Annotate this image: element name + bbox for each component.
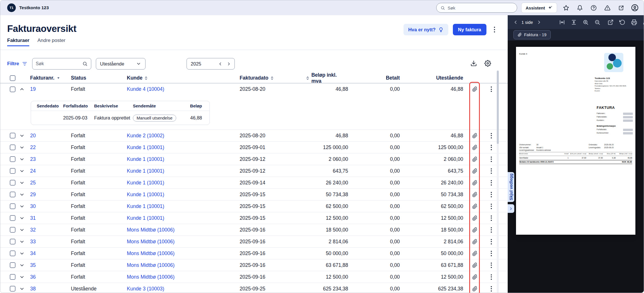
export-download-button[interactable] [470, 60, 477, 68]
global-search[interactable] [436, 3, 517, 13]
invoice-number-link[interactable]: 31 [30, 215, 71, 221]
row-menu-button[interactable] [488, 167, 494, 175]
next-year-button[interactable] [225, 59, 233, 68]
collapse-panel-button[interactable] [508, 204, 514, 213]
year-filter[interactable]: 2025 [187, 58, 235, 70]
invoice-number-link[interactable]: 32 [30, 227, 71, 233]
select-all-checkbox[interactable] [10, 75, 15, 81]
row-menu-button[interactable] [488, 179, 494, 187]
expand-row-button[interactable] [19, 215, 25, 221]
row-menu-button[interactable] [488, 250, 494, 257]
row-checkbox[interactable] [10, 250, 15, 256]
row-menu-button[interactable] [488, 203, 494, 210]
expand-row-button[interactable] [19, 133, 25, 138]
attachment-button[interactable] [472, 86, 478, 92]
customer-link[interactable]: Kunde 1 (10001) [127, 192, 240, 198]
notifications-button[interactable] [575, 3, 585, 13]
customer-link[interactable]: Kunde 3 (10003) [127, 286, 240, 292]
scrollbar-thumb[interactable] [497, 71, 499, 144]
row-menu-button[interactable] [488, 273, 494, 281]
row-menu-button[interactable] [488, 191, 494, 198]
attachment-button[interactable] [472, 286, 478, 292]
table-search[interactable] [32, 58, 91, 70]
invoice-number-link[interactable]: 25 [30, 180, 71, 186]
customer-link[interactable]: Kunde 1 (10001) [127, 156, 240, 162]
expand-row-button[interactable] [19, 204, 25, 209]
next-page-button[interactable] [535, 18, 543, 26]
tab-fakturaer[interactable]: Fakturaer [7, 38, 29, 46]
download-pdf-button[interactable] [641, 18, 644, 26]
table-settings-button[interactable] [484, 60, 491, 68]
feedback-button[interactable] [616, 3, 626, 13]
row-checkbox[interactable] [10, 286, 15, 292]
attachment-button[interactable] [472, 133, 478, 138]
table-scrollbar[interactable] [497, 70, 499, 293]
help-button[interactable] [589, 3, 598, 13]
header-fakturanr[interactable]: Fakturanr. [30, 75, 71, 81]
expand-row-button[interactable] [19, 239, 25, 244]
print-button[interactable] [630, 18, 638, 26]
row-menu-button[interactable] [488, 132, 494, 140]
favorites-button[interactable] [561, 3, 571, 13]
row-checkbox[interactable] [10, 86, 15, 92]
customer-link[interactable]: Kunde 2 (10002) [127, 133, 240, 139]
expand-row-button[interactable] [19, 192, 25, 197]
invoice-number-link[interactable]: 19 [30, 86, 71, 92]
user-menu-button[interactable] [630, 3, 640, 13]
invoice-number-link[interactable]: 20 [30, 133, 71, 139]
fit-width-button[interactable] [558, 18, 566, 26]
invoice-number-link[interactable]: 23 [30, 156, 71, 162]
assistant-button[interactable]: Assistent [521, 3, 557, 13]
header-fakturadato[interactable]: Fakturadato [240, 75, 306, 81]
table-search-input[interactable] [36, 61, 80, 66]
customer-link[interactable]: Kunde 1 (10001) [127, 144, 240, 151]
row-menu-button[interactable] [488, 261, 494, 269]
row-checkbox[interactable] [10, 180, 15, 186]
attachment-tab[interactable]: Faktura - 19 [513, 30, 551, 39]
row-menu-button[interactable] [488, 214, 494, 222]
expand-row-button[interactable] [19, 227, 25, 233]
row-checkbox[interactable] [10, 239, 15, 244]
attachment-button[interactable] [472, 274, 478, 280]
row-menu-button[interactable] [488, 226, 494, 234]
hide-attachment-tab[interactable]: Skjul vedlegg [508, 172, 514, 202]
expand-row-button[interactable] [19, 274, 25, 280]
invoice-number-link[interactable]: 38 [30, 286, 71, 292]
row-checkbox[interactable] [10, 274, 15, 280]
fit-page-button[interactable] [569, 18, 578, 26]
customer-link[interactable]: Mons Midtbø (10006) [127, 239, 240, 245]
row-menu-button[interactable] [488, 155, 494, 163]
row-checkbox[interactable] [10, 168, 15, 174]
previous-page-button[interactable] [511, 18, 520, 26]
expand-row-button[interactable] [19, 286, 25, 292]
customer-link[interactable]: Kunde 1 (10001) [127, 168, 240, 174]
filters-button[interactable]: Filtre [7, 61, 28, 67]
expand-row-button[interactable] [19, 157, 25, 162]
invoice-number-link[interactable]: 24 [30, 168, 71, 174]
attachment-button[interactable] [472, 180, 478, 186]
alerts-button[interactable] [602, 3, 612, 13]
previous-year-button[interactable] [216, 59, 225, 68]
expand-row-button[interactable] [19, 180, 25, 186]
expand-row-button[interactable] [19, 263, 25, 268]
invoice-number-link[interactable]: 22 [30, 144, 71, 151]
row-menu-button[interactable] [488, 144, 494, 151]
invoice-number-link[interactable]: 29 [30, 192, 71, 198]
attachment-button[interactable] [472, 204, 478, 209]
whats-new-button[interactable]: Hva er nytt? [404, 24, 448, 35]
status-filter-dropdown[interactable]: Utestående [96, 58, 146, 70]
page-menu-button[interactable] [491, 25, 498, 34]
customer-link[interactable]: Mons Midtbø (10006) [127, 262, 240, 268]
row-checkbox[interactable] [10, 227, 15, 233]
attachment-button[interactable] [472, 168, 478, 174]
zoom-out-button[interactable] [593, 18, 602, 26]
new-invoice-button[interactable]: Ny faktura [453, 24, 486, 35]
attachment-button[interactable] [472, 227, 478, 233]
invoice-number-link[interactable]: 30 [30, 203, 71, 209]
attachment-button[interactable] [472, 192, 478, 197]
row-checkbox[interactable] [10, 133, 15, 138]
row-checkbox[interactable] [10, 203, 15, 209]
customer-link[interactable]: Mons Midtbø (10006) [127, 227, 240, 233]
expand-row-button[interactable] [19, 145, 25, 150]
header-belop-inkl-mva[interactable]: Beløp inkl. mva [306, 72, 348, 84]
